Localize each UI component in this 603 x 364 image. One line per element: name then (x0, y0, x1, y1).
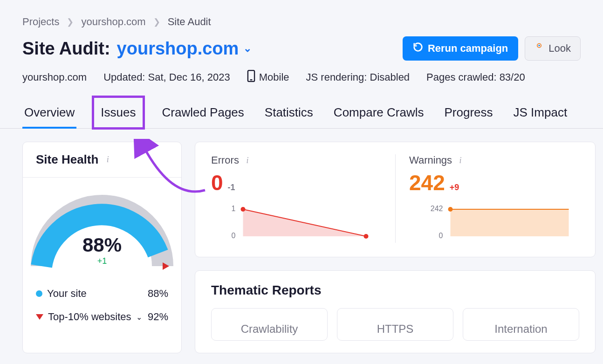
tab-progress[interactable]: Progress (442, 97, 494, 128)
domain-dropdown[interactable]: yourshop.com ⌄ (117, 39, 252, 59)
warnings-value: 242 (409, 170, 445, 195)
svg-text:1: 1 (232, 205, 236, 213)
thematic-reports-card: Thematic Reports Crawlability HTTPS Inte… (195, 270, 596, 353)
chevron-down-icon: ⌄ (136, 313, 142, 322)
chevron-right-icon: ❯ (67, 17, 74, 27)
info-icon[interactable]: i (456, 156, 465, 165)
breadcrumb: Projects ❯ yourshop.com ❯ Site Audit (0, 0, 603, 33)
rerun-label: Rerun campaign (428, 42, 508, 55)
warnings-sparkline: 242 0 (409, 204, 579, 241)
errors-block[interactable]: Errors i 0 -1 1 0 (211, 154, 381, 243)
look-button[interactable]: Look (525, 36, 581, 61)
look-icon (534, 42, 544, 55)
breadcrumb-domain[interactable]: yourshop.com (81, 16, 145, 28)
content-area: Site Health i 88% +1 Your site (0, 129, 603, 364)
site-health-gauge: 88% +1 (23, 178, 181, 275)
issues-summary-card: Errors i 0 -1 1 0 Warnings (195, 142, 596, 257)
tabs: Overview Issues Crawled Pages Statistics… (0, 97, 603, 129)
errors-title: Errors (211, 154, 239, 166)
svg-point-1 (539, 45, 540, 46)
meta-pages: Pages crawled: 83/20 (426, 71, 525, 83)
tab-overview[interactable]: Overview (22, 97, 76, 128)
meta-row: yourshop.com Updated: Sat, Dec 16, 2023 … (0, 61, 603, 97)
legend-your-site: Your site 88% (36, 282, 168, 305)
warnings-block[interactable]: Warnings i 242 +9 242 0 (409, 154, 579, 243)
meta-device: Mobile (247, 70, 289, 85)
refresh-icon (413, 42, 423, 55)
breadcrumb-projects[interactable]: Projects (22, 16, 59, 28)
warnings-delta: +9 (450, 183, 459, 192)
legend-top10[interactable]: Top-10% websites ⌄ 92% (36, 305, 168, 329)
page-header: Site Audit: yourshop.com ⌄ Rerun campaig… (0, 33, 603, 61)
look-label: Look (548, 42, 571, 55)
info-icon[interactable]: i (243, 156, 252, 165)
svg-point-10 (364, 234, 369, 239)
rerun-campaign-button[interactable]: Rerun campaign (403, 36, 518, 61)
errors-delta: -1 (228, 183, 235, 192)
site-health-title: Site Health (36, 152, 98, 167)
dot-icon (36, 290, 42, 297)
tab-statistics[interactable]: Statistics (263, 97, 315, 128)
legend-your-site-label: Your site (47, 288, 87, 300)
legend-your-site-val: 88% (148, 288, 168, 300)
legend-top10-val: 92% (148, 311, 168, 323)
tab-js-impact[interactable]: JS Impact (512, 97, 569, 128)
thematic-https[interactable]: HTTPS (337, 308, 453, 341)
meta-js: JS rendering: Disabled (306, 71, 410, 83)
thematic-title: Thematic Reports (211, 283, 579, 298)
svg-text:0: 0 (439, 232, 443, 240)
tab-compare-crawls[interactable]: Compare Crawls (332, 97, 426, 128)
svg-text:242: 242 (431, 205, 443, 213)
info-icon[interactable]: i (103, 155, 112, 165)
meta-domain: yourshop.com (22, 71, 87, 83)
breadcrumb-current: Site Audit (168, 16, 211, 28)
warnings-title: Warnings (409, 154, 452, 166)
site-health-card: Site Health i 88% +1 Your site (22, 142, 182, 353)
domain-dropdown-label: yourshop.com (117, 39, 239, 59)
mobile-icon (247, 70, 255, 85)
svg-text:0: 0 (232, 232, 236, 240)
meta-updated: Updated: Sat, Dec 16, 2023 (103, 71, 230, 83)
svg-marker-13 (451, 209, 569, 236)
errors-value: 0 (211, 170, 223, 195)
svg-point-9 (241, 207, 246, 212)
gauge-percent: 88% (82, 234, 122, 256)
thematic-internationalization[interactable]: Internation (463, 308, 579, 341)
legend-top10-label: Top-10% websites (48, 311, 131, 323)
thematic-crawlability[interactable]: Crawlability (211, 308, 328, 341)
tab-issues[interactable]: Issues (93, 97, 143, 128)
gauge-delta: +1 (82, 256, 122, 266)
tab-crawled-pages[interactable]: Crawled Pages (160, 97, 246, 128)
errors-sparkline: 1 0 (211, 204, 381, 241)
triangle-down-icon (36, 314, 43, 320)
meta-device-label: Mobile (259, 71, 289, 83)
svg-point-15 (448, 207, 453, 212)
chevron-down-icon: ⌄ (243, 42, 252, 55)
chevron-right-icon: ❯ (153, 17, 160, 27)
page-title: Site Audit: (22, 39, 110, 59)
